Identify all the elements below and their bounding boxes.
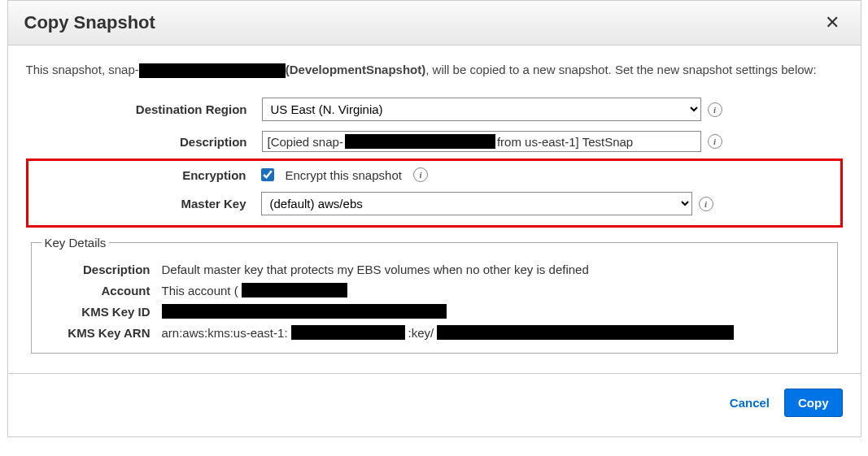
detail-kms-key-arn-value: arn:aws:kms:us-east-1::key/	[162, 325, 827, 340]
row-master-key: Master Key (default) aws/ebs i	[33, 189, 835, 219]
redacted-arn-account	[291, 325, 405, 340]
info-icon[interactable]: i	[708, 102, 722, 117]
close-icon[interactable]: ✕	[820, 12, 844, 33]
encrypt-checkbox-label: Encrypt this snapshot	[286, 168, 402, 182]
dialog-content: This snapshot, snap-(DevelopmentSnapshot…	[8, 46, 861, 362]
intro-name: (DevelopmentSnapshot)	[286, 63, 426, 76]
arn-pre: arn:aws:kms:us-east-1:	[162, 326, 288, 340]
destination-region-field: US East (N. Virginia) i	[262, 98, 843, 121]
copy-button[interactable]: Copy	[784, 389, 843, 417]
master-key-select[interactable]: (default) aws/ebs	[261, 192, 692, 215]
row-description: Description [Copied snap-from us-east-1]…	[26, 128, 843, 155]
detail-account-value: This account (	[162, 283, 827, 297]
detail-kms-key-arn-label: KMS Key ARN	[32, 326, 162, 340]
detail-kms-key-id-value	[162, 304, 827, 319]
detail-account-label: Account	[32, 284, 162, 297]
detail-row-kms-key-id: KMS Key ID	[32, 301, 827, 322]
info-icon[interactable]: i	[699, 197, 713, 211]
destination-region-label: Destination Region	[26, 102, 262, 116]
description-input[interactable]: [Copied snap-from us-east-1] TestSnap	[262, 131, 701, 152]
arn-mid: :key/	[408, 326, 434, 340]
description-pre: [Copied snap-	[268, 135, 343, 149]
encryption-label: Encryption	[33, 168, 261, 182]
dialog-footer: Cancel Copy	[8, 373, 861, 436]
destination-region-select[interactable]: US East (N. Virginia)	[262, 98, 701, 121]
key-details-fieldset: Key Details Description Default master k…	[31, 236, 838, 354]
detail-row-kms-key-arn: KMS Key ARN arn:aws:kms:us-east-1::key/	[32, 322, 827, 343]
intro-pre: This snapshot, snap-	[26, 63, 139, 76]
master-key-label: Master Key	[33, 197, 261, 211]
redacted-snapshot-id	[139, 63, 286, 78]
detail-kms-key-id-label: KMS Key ID	[32, 305, 162, 319]
dialog-title: Copy Snapshot	[24, 12, 155, 33]
description-label: Description	[26, 135, 262, 149]
detail-description-value: Default master key that protects my EBS …	[162, 263, 827, 276]
redacted-snapshot-id-2	[345, 134, 495, 149]
detail-description-label: Description	[32, 263, 162, 276]
master-key-field: (default) aws/ebs i	[261, 192, 835, 215]
info-icon[interactable]: i	[413, 167, 428, 182]
key-details-legend: Key Details	[41, 236, 110, 250]
encryption-field: Encrypt this snapshot i	[261, 167, 835, 182]
detail-row-account: Account This account (	[32, 280, 827, 301]
redacted-kms-key-id	[162, 304, 447, 319]
dialog-header: Copy Snapshot ✕	[8, 1, 861, 46]
encryption-highlight: Encryption Encrypt this snapshot i Maste…	[26, 159, 843, 228]
copy-snapshot-dialog: Copy Snapshot ✕ This snapshot, snap-(Dev…	[7, 0, 861, 437]
row-encryption: Encryption Encrypt this snapshot i	[33, 164, 835, 185]
intro-text: This snapshot, snap-(DevelopmentSnapshot…	[26, 60, 843, 80]
encrypt-checkbox[interactable]	[261, 168, 274, 181]
redacted-arn-key	[437, 325, 734, 340]
detail-row-description: Description Default master key that prot…	[32, 259, 827, 280]
description-field: [Copied snap-from us-east-1] TestSnap i	[262, 131, 843, 152]
description-post: from us-east-1] TestSnap	[497, 135, 633, 149]
redacted-account	[242, 283, 347, 297]
row-destination-region: Destination Region US East (N. Virginia)…	[26, 94, 843, 124]
cancel-button[interactable]: Cancel	[730, 396, 770, 410]
account-value-text: This account (	[162, 284, 238, 297]
intro-post: , will be copied to a new snapshot. Set …	[425, 63, 816, 76]
info-icon[interactable]: i	[708, 134, 722, 149]
